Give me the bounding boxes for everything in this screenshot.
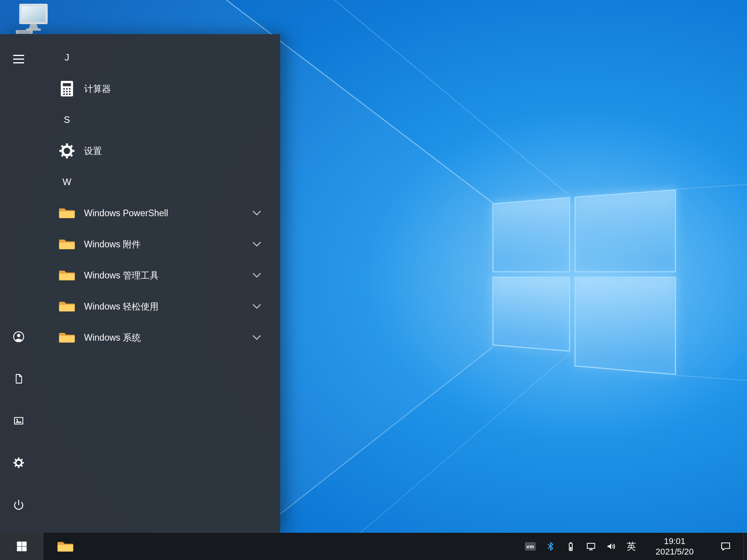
gear-icon <box>13 457 24 468</box>
folder-icon <box>58 204 75 222</box>
network-tray-button[interactable] <box>581 533 601 560</box>
taskbar-clock[interactable]: 19:01 2021/5/20 <box>642 533 708 560</box>
start-app-list: J 计算器 S 设置 W <box>37 34 280 533</box>
gear-icon <box>58 142 75 160</box>
start-folder-windows-accessories[interactable]: Windows 附件 <box>37 229 280 260</box>
start-item-calculator[interactable]: 计算器 <box>37 73 280 104</box>
vmware-tray-button[interactable]: vm <box>520 533 540 560</box>
letter-header-w[interactable]: W <box>37 166 280 198</box>
document-icon <box>13 373 24 384</box>
system-tray: vm 英 19:01 2021/5/20 <box>520 533 747 560</box>
start-folder-windows-ease-of-access[interactable]: Windows 轻松使用 <box>37 291 280 322</box>
power-icon <box>13 499 24 510</box>
start-item-label: 计算器 <box>84 83 111 95</box>
start-item-settings[interactable]: 设置 <box>37 135 280 166</box>
start-folder-windows-powershell[interactable]: Windows PowerShell <box>37 198 280 229</box>
user-avatar-icon <box>13 331 25 343</box>
chevron-down-icon[interactable] <box>252 241 262 248</box>
start-item-label: Windows 轻松使用 <box>84 301 159 313</box>
folder-icon <box>58 235 75 253</box>
input-language-button[interactable]: 英 <box>621 533 642 560</box>
computer-monitor-icon <box>16 3 51 34</box>
file-explorer-button[interactable] <box>44 533 87 560</box>
calculator-icon <box>58 80 75 98</box>
bluetooth-icon <box>545 541 556 552</box>
battery-icon <box>565 541 576 552</box>
this-pc-icon[interactable] <box>16 3 51 34</box>
taskbar: vm 英 19:01 2021/5/20 <box>0 533 747 560</box>
windows-logo-icon <box>17 541 27 551</box>
show-desktop-button[interactable] <box>743 533 747 560</box>
clock-time: 19:01 <box>664 536 685 546</box>
power-button[interactable] <box>9 495 28 514</box>
start-item-label: 设置 <box>84 145 102 157</box>
start-menu: J 计算器 S 设置 W <box>0 34 280 533</box>
expand-menu-button[interactable] <box>9 50 28 68</box>
folder-icon <box>58 298 75 315</box>
letter-label: J <box>58 52 75 63</box>
desktop: J 计算器 S 设置 W <box>0 0 747 560</box>
volume-icon <box>606 541 617 552</box>
start-folder-windows-system[interactable]: Windows 系统 <box>37 322 280 353</box>
action-center-icon <box>720 541 731 552</box>
start-item-label: Windows 附件 <box>84 238 141 250</box>
bluetooth-tray-button[interactable] <box>540 533 561 560</box>
hamburger-icon <box>13 55 24 63</box>
start-item-label: Windows PowerShell <box>84 208 168 219</box>
start-button[interactable] <box>0 533 44 560</box>
start-item-label: Windows 管理工具 <box>84 270 159 282</box>
letter-label: W <box>58 177 75 187</box>
volume-tray-button[interactable] <box>601 533 621 560</box>
chevron-down-icon[interactable] <box>252 334 262 341</box>
letter-header-s[interactable]: S <box>37 104 280 135</box>
folder-icon <box>58 329 75 346</box>
vmware-icon: vm <box>525 542 536 551</box>
letter-header-j[interactable]: J <box>37 42 280 73</box>
battery-tray-button[interactable] <box>561 533 581 560</box>
input-language-label: 英 <box>627 540 636 553</box>
start-folder-windows-admin-tools[interactable]: Windows 管理工具 <box>37 260 280 291</box>
chevron-down-icon[interactable] <box>252 303 262 310</box>
clock-date: 2021/5/20 <box>656 546 694 557</box>
action-center-button[interactable] <box>708 533 743 560</box>
chevron-down-icon[interactable] <box>252 210 262 217</box>
user-account-button[interactable] <box>9 327 28 346</box>
network-icon <box>586 541 596 552</box>
start-item-label: Windows 系统 <box>84 332 141 344</box>
documents-button[interactable] <box>9 369 28 388</box>
letter-label: S <box>58 114 75 125</box>
start-menu-rail <box>0 34 37 533</box>
folder-icon <box>57 540 74 553</box>
picture-icon <box>13 415 24 426</box>
pictures-button[interactable] <box>9 411 28 430</box>
folder-icon <box>58 266 75 284</box>
settings-button[interactable] <box>9 453 28 472</box>
chevron-down-icon[interactable] <box>252 272 262 279</box>
